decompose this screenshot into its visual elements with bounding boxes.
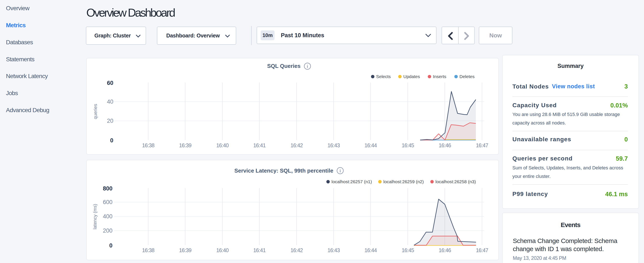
svg-text:16:38: 16:38: [142, 247, 154, 253]
svg-text:16:41: 16:41: [253, 247, 266, 253]
svg-text:16:45: 16:45: [402, 142, 414, 148]
svg-text:Updates: Updates: [403, 74, 420, 79]
svg-text:latency (ms): latency (ms): [92, 204, 98, 229]
svg-text:i: i: [307, 64, 308, 69]
svg-text:60: 60: [107, 80, 113, 86]
svg-text:16:44: 16:44: [364, 142, 377, 148]
svg-text:800: 800: [103, 185, 112, 192]
svg-text:Selects: Selects: [376, 74, 391, 79]
svg-text:16:46: 16:46: [438, 142, 451, 148]
svg-text:16:46: 16:46: [438, 247, 451, 253]
svg-text:0: 0: [110, 137, 113, 144]
svg-text:16:44: 16:44: [364, 247, 377, 253]
svg-text:localhost:26258 (n3): localhost:26258 (n3): [436, 179, 476, 184]
svg-text:16:39: 16:39: [179, 247, 191, 253]
svg-text:16:40: 16:40: [216, 247, 228, 253]
svg-text:16:39: 16:39: [179, 142, 191, 148]
svg-text:localhost:26259 (n2): localhost:26259 (n2): [383, 179, 424, 184]
svg-text:i: i: [340, 168, 341, 173]
svg-text:Inserts: Inserts: [433, 74, 446, 79]
svg-text:400: 400: [103, 213, 112, 220]
svg-text:16:41: 16:41: [253, 142, 266, 148]
svg-text:600: 600: [103, 199, 112, 205]
svg-text:200: 200: [103, 227, 112, 234]
svg-text:16:42: 16:42: [290, 142, 303, 148]
svg-text:16:47: 16:47: [476, 247, 488, 253]
svg-text:SQL Queries: SQL Queries: [267, 63, 300, 69]
svg-text:Deletes: Deletes: [460, 74, 474, 79]
svg-text:16:38: 16:38: [142, 142, 154, 148]
svg-text:16:45: 16:45: [402, 247, 414, 253]
svg-text:40: 40: [107, 99, 113, 105]
svg-text:16:43: 16:43: [328, 142, 340, 148]
svg-text:20: 20: [107, 118, 113, 124]
svg-text:queries: queries: [93, 104, 98, 119]
svg-text:16:40: 16:40: [216, 142, 228, 148]
svg-text:localhost:26257 (n1): localhost:26257 (n1): [332, 179, 372, 184]
svg-text:16:42: 16:42: [290, 247, 303, 253]
svg-text:0: 0: [109, 242, 112, 249]
svg-text:16:47: 16:47: [476, 142, 488, 148]
svg-text:16:43: 16:43: [328, 247, 340, 253]
svg-text:Service Latency: SQL, 99th per: Service Latency: SQL, 99th percentile: [234, 167, 333, 174]
